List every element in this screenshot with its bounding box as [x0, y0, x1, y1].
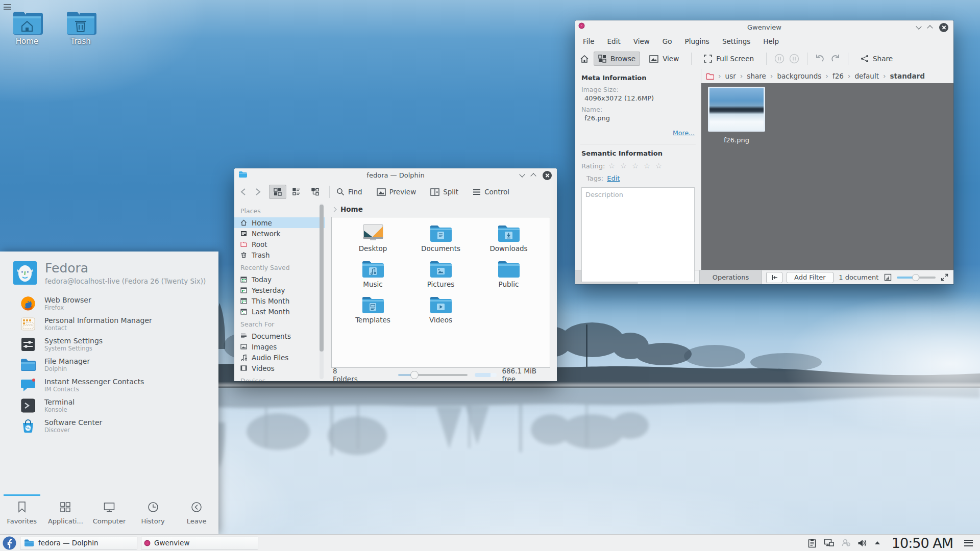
menu-view[interactable]: View	[633, 37, 650, 45]
tags-edit-link[interactable]: Edit	[607, 174, 620, 182]
folder-pictures[interactable]: Pictures	[407, 259, 475, 288]
places-scrollbar-thumb[interactable]	[320, 205, 324, 352]
places-item-home[interactable]: Home	[234, 217, 325, 228]
app-item-system-settings[interactable]: System Settings System Settings	[0, 334, 218, 355]
network-tray-icon[interactable]	[824, 538, 834, 547]
places-item-images[interactable]: Images	[234, 341, 325, 352]
app-item-dolphin[interactable]: File Manager Dolphin	[0, 355, 218, 375]
user-switch-icon[interactable]	[841, 538, 850, 547]
places-item-yesterday[interactable]: Yesterday	[234, 285, 325, 295]
places-item-audio-files[interactable]: Audio Files	[234, 352, 325, 363]
places-item-trash[interactable]: Trash	[234, 249, 325, 260]
folder-downloads[interactable]: Downloads	[475, 223, 543, 253]
maximize-button[interactable]	[530, 173, 536, 179]
app-item-discover[interactable]: Software Center Discover	[0, 416, 218, 436]
dolphin-app-icon	[238, 171, 247, 178]
places-item-documents[interactable]: Documents	[234, 331, 325, 341]
back-icon[interactable]	[239, 188, 249, 196]
breadcrumb-home[interactable]: Home	[340, 205, 363, 213]
volume-icon[interactable]	[857, 539, 867, 547]
rollup-button[interactable]	[519, 171, 525, 177]
menu-settings[interactable]: Settings	[722, 37, 750, 45]
taskbar-task-dolphin[interactable]: fedora — Dolphin	[20, 536, 137, 550]
panel-toolbox-icon[interactable]	[964, 540, 973, 546]
kickoff-tab-history[interactable]: History	[131, 494, 175, 534]
application-launcher-button[interactable]	[3, 536, 16, 550]
folder-templates[interactable]: Templates	[339, 295, 407, 324]
places-item-videos[interactable]: Videos	[234, 363, 325, 373]
thumbnail-f26[interactable]	[708, 87, 765, 132]
fit-thumbnail-icon[interactable]	[884, 273, 892, 281]
app-item-konsole[interactable]: Terminal Konsole	[0, 395, 218, 416]
app-item-firefox[interactable]: Web Browser Firefox	[0, 293, 218, 314]
collapse-sidebar-button[interactable]	[766, 272, 782, 283]
rating-label: Rating:	[581, 162, 605, 170]
icons-view-button[interactable]	[269, 185, 286, 199]
menu-edit[interactable]: Edit	[607, 37, 621, 45]
tab-operations[interactable]: Operations	[700, 270, 762, 284]
dolphin-file-view[interactable]: Desktop Documents	[331, 217, 550, 368]
taskbar-clock[interactable]: 10:50 AM	[892, 535, 953, 551]
gwenview-thumbnail-view[interactable]: f26.png	[701, 83, 953, 270]
folder-desktop[interactable]: Desktop	[339, 223, 407, 253]
app-item-im-contacts[interactable]: Instant Messenger Contacts IM Contacts	[0, 375, 218, 395]
description-input[interactable]	[581, 187, 695, 282]
app-item-kontact[interactable]: Personal Information Manager Kontact	[0, 314, 218, 334]
kickoff-tab-computer[interactable]: Computer	[87, 494, 131, 534]
control-button[interactable]: Control	[469, 186, 513, 198]
compact-view-button[interactable]	[288, 185, 305, 199]
folder-music[interactable]: Music	[339, 259, 407, 288]
folder-videos[interactable]: Videos	[407, 295, 475, 324]
maximize-button[interactable]	[927, 25, 933, 31]
rating-stars[interactable]: ☆ ☆ ☆ ☆ ☆	[608, 162, 664, 170]
expand-icon[interactable]	[941, 273, 948, 281]
browse-button[interactable]: Browse	[594, 52, 640, 66]
rotate-right-icon[interactable]	[830, 54, 840, 63]
split-button[interactable]: Split	[427, 186, 462, 198]
previous-icon[interactable]	[774, 54, 785, 64]
view-button[interactable]: View	[645, 52, 683, 66]
gwenview-breadcrumb[interactable]: usr share backgrounds f26 default standa…	[701, 69, 953, 83]
close-button[interactable]	[543, 171, 552, 180]
places-item-this-month[interactable]: This Month	[234, 295, 325, 306]
dolphin-titlebar[interactable]: fedora — Dolphin	[234, 168, 557, 182]
menu-plugins[interactable]: Plugins	[685, 37, 709, 45]
dolphin-breadcrumb[interactable]: Home	[325, 202, 557, 217]
zoom-slider-knob[interactable]	[410, 371, 419, 379]
places-item-root[interactable]: Root	[234, 239, 325, 249]
close-button[interactable]	[939, 23, 948, 32]
desktop-icon-home[interactable]: Home	[4, 9, 50, 46]
preview-button[interactable]: Preview	[373, 186, 420, 198]
menu-go[interactable]: Go	[663, 37, 672, 45]
menu-file[interactable]: File	[583, 37, 595, 45]
zoom-slider[interactable]	[398, 371, 468, 379]
gwenview-titlebar[interactable]: Gwenview	[575, 20, 953, 34]
folder-documents[interactable]: Documents	[407, 223, 475, 253]
kickoff-tab-favorites[interactable]: Favorites	[0, 494, 44, 534]
next-icon[interactable]	[789, 54, 799, 64]
thumbnail-zoom-slider[interactable]	[897, 274, 936, 281]
details-view-button[interactable]	[307, 185, 324, 199]
share-button[interactable]: Share	[856, 52, 897, 66]
rotate-left-icon[interactable]	[815, 54, 825, 63]
taskbar-task-gwenview[interactable]: Gwenview	[141, 536, 258, 550]
kickoff-tab-leave[interactable]: Leave	[175, 494, 218, 534]
fullscreen-button[interactable]: Full Screen	[699, 52, 758, 66]
rollup-button[interactable]	[916, 23, 921, 29]
places-item-last-month[interactable]: Last Month	[234, 306, 325, 317]
home-icon[interactable]	[580, 55, 589, 63]
menu-help[interactable]: Help	[763, 37, 779, 45]
taskbar-panel: fedora — Dolphin Gwenview	[0, 534, 980, 551]
tray-expander-icon[interactable]	[874, 541, 880, 545]
add-filter-button[interactable]: Add Filter	[787, 272, 834, 283]
more-link[interactable]: More...	[673, 129, 695, 137]
desktop-icon-trash[interactable]: Trash	[58, 9, 104, 46]
forward-icon[interactable]	[253, 188, 262, 196]
thumbnail-zoom-knob[interactable]	[912, 274, 919, 281]
kickoff-tab-applications[interactable]: Applicati...	[44, 494, 88, 534]
clipboard-icon[interactable]	[807, 538, 817, 548]
find-button[interactable]: Find	[333, 186, 366, 198]
places-item-network[interactable]: Network	[234, 228, 325, 239]
folder-public[interactable]: Public	[475, 259, 543, 288]
places-item-today[interactable]: Today	[234, 274, 325, 285]
